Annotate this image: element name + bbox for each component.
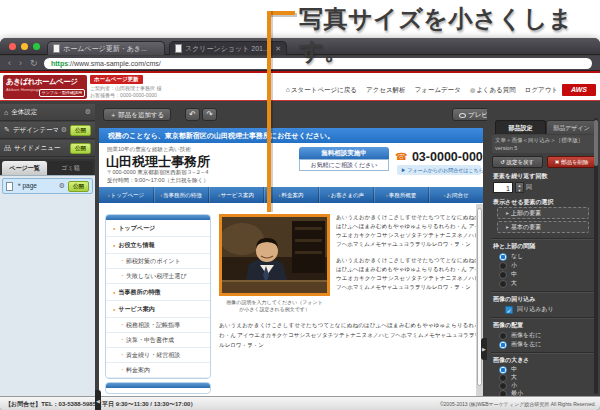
menu-link[interactable]: 税務相談・記帳指導 <box>106 318 210 333</box>
sidebar-item-side-menu[interactable]: 品 サイドメニュー 公開 <box>0 140 95 157</box>
chevron-right-icon: ▸ <box>506 210 509 216</box>
undo-button[interactable]: ↶ <box>185 108 200 121</box>
contact-form-link[interactable]: ▶ フォームからのお問合せはこちら <box>397 165 481 175</box>
paragraph: あいうえおかきくけこさしすせそたちつてとなにぬねのはひふへほまみむめもやゃゆゅよ… <box>336 213 480 249</box>
repeat-count-input[interactable]: 1 <box>493 182 513 193</box>
status-bar: 【お問合せ】TEL：03-5388-5985（平日 9:30〜11:30 / 1… <box>0 396 600 410</box>
redo-button[interactable]: ↷ <box>202 108 217 121</box>
browser-tab-cms[interactable]: ホームページ更新・あき... <box>47 41 165 55</box>
page-list-item-selected[interactable]: ＊page ⚙ 公開 <box>2 178 93 194</box>
stepper-arrows[interactable]: ▲▼ <box>515 182 524 193</box>
part-info: 文章＋画像＜回り込み＞［標準版］ version 5 <box>492 135 597 153</box>
panel-collapse-handle[interactable]: ▶ <box>481 338 487 360</box>
preview-scrollbar[interactable] <box>476 204 483 396</box>
radio-icon[interactable] <box>499 280 507 288</box>
menu-faq[interactable]: ◍よくある質問 <box>470 86 516 95</box>
basic-element-button[interactable]: ▸基本の要素 <box>497 221 589 233</box>
side-menu-box-2 <box>105 382 211 394</box>
menu-analytics[interactable]: アクセス解析 <box>366 86 406 95</box>
home-icon: ⌂ <box>286 86 290 93</box>
page-name: ＊page <box>16 182 56 191</box>
nav-item[interactable]: ›お問合せ <box>428 187 483 203</box>
zoom-window-button[interactable] <box>33 43 40 50</box>
radio-icon[interactable] <box>499 262 507 270</box>
close-window-button[interactable] <box>9 43 16 50</box>
body-text-bottom: あいうえおかきくけこさしすせそたちつてとなにぬねのはひふへほまみむめもやゃゆゅよ… <box>219 320 480 350</box>
spacing-option-small[interactable]: 小 <box>499 261 517 270</box>
menu-link[interactable]: 当事務所の特徴 <box>106 284 210 301</box>
consultant-photo-selected[interactable] <box>219 214 330 296</box>
gear-icon[interactable]: ⚙ <box>59 182 65 190</box>
tab-part-design[interactable]: 部品デザイン <box>546 120 597 134</box>
revert-settings-button[interactable]: ↺ 設定を戻す <box>492 156 543 168</box>
menu-link[interactable]: サービス案内 <box>106 301 210 318</box>
spacing-option-large[interactable]: 大 <box>499 279 517 288</box>
gear-icon[interactable]: ⚙ <box>61 126 67 134</box>
publish-button[interactable]: 公開 <box>70 125 91 136</box>
radio-selected-icon[interactable] <box>499 253 507 261</box>
site-preview: 税務のことなら、東京都新宿区の山田税理士事務所にお任せください。 開業10年の豊… <box>99 128 483 396</box>
logo-title: あきばれホームページ <box>6 77 84 87</box>
menu-form-data[interactable]: フォームデータ <box>415 86 461 95</box>
spacing-option-medium[interactable]: 中 <box>499 270 517 279</box>
menu-logout[interactable]: ログアウト <box>525 86 558 95</box>
sidebar-item-global-settings[interactable]: ⌂ 全体設定 ⚙ <box>0 104 95 121</box>
publish-button[interactable]: 公開 <box>70 143 91 154</box>
nav-item[interactable]: ›料金案内 <box>263 187 318 203</box>
nav-item[interactable]: ›お客さまの声 <box>318 187 373 203</box>
publish-button[interactable]: 公開 <box>68 181 89 192</box>
radio-icon[interactable] <box>499 332 507 340</box>
gear-icon[interactable]: ⚙ <box>85 108 91 116</box>
phone-icon: ☎ <box>395 151 407 162</box>
menu-link[interactable]: 失敗しない税理士選び <box>106 269 210 284</box>
site-hours: 受付時間：9:00〜17:00（土日祝を除く） <box>107 177 209 184</box>
site-catchphrase-banner[interactable]: 税務のことなら、東京都新宿区の山田税理士事務所にお任せください。 <box>99 128 483 143</box>
arrow-icon: › <box>443 192 445 198</box>
radio-selected-icon[interactable] <box>499 341 507 349</box>
menu-link[interactable]: 料金案内 <box>106 363 210 378</box>
nav-item[interactable]: ›トップページ <box>99 187 153 203</box>
side-menu-box: トップページ お役立ち情報 節税対策のポイント 失敗しない税理士選び 当事務所の… <box>105 214 211 379</box>
tab-close-icon[interactable]: ✕ <box>275 45 281 53</box>
tab-label: スクリーンショット 201... <box>185 44 269 54</box>
back-icon[interactable]: ‹ <box>8 58 11 68</box>
menu-start-page[interactable]: ⌂スタートページに戻る <box>286 86 357 95</box>
free-consult-box: 無料相談実施中 お気軽にご相談ください <box>299 147 389 171</box>
radio-icon[interactable] <box>499 271 507 279</box>
akibare-logo: あきばれホームページ Akibare Homepage サンプル・動作確認用 <box>3 75 87 99</box>
divider <box>491 238 597 239</box>
position-option-right[interactable]: 画像を右に <box>499 331 541 340</box>
menu-link[interactable]: 節税対策のポイント <box>106 254 210 269</box>
tab-trash[interactable]: ゴミ箱 <box>48 161 93 175</box>
delete-part-button[interactable]: ✖ 部品を削除 <box>547 156 598 168</box>
add-part-button[interactable]: ＋ 部品を追加する <box>103 108 171 121</box>
menu-link[interactable]: 資金繰り・経営相談 <box>106 348 210 363</box>
position-option-left[interactable]: 画像を左に <box>499 340 541 349</box>
panel-scrollbar[interactable] <box>594 118 598 394</box>
spacing-label: 枠と上部の間隔 <box>493 242 535 251</box>
menu-link[interactable]: トップページ <box>106 220 210 237</box>
scrollbar-thumb[interactable] <box>594 120 598 166</box>
wrap-option[interactable]: ✓回り込みあり <box>505 305 554 314</box>
nav-item[interactable]: ›当事務所の特徴 <box>153 187 208 203</box>
spacing-option-none[interactable]: なし <box>499 252 523 261</box>
tab-favicon <box>175 44 182 53</box>
sidebar-item-design-theme[interactable]: ✎ デザインテーマ変更 ⚙ 公開 <box>0 122 95 139</box>
callout-text: 写真サイズを小さくします。 <box>299 3 600 67</box>
tab-page-list[interactable]: ページ一覧 <box>2 161 47 175</box>
url-text: ://www.sma-sample.com/cms/ <box>68 60 161 67</box>
nav-item[interactable]: ›事務所概要 <box>373 187 428 203</box>
reload-icon[interactable]: ↻ <box>30 58 38 68</box>
upper-element-button[interactable]: ▸上部の要素 <box>497 207 589 219</box>
menu-box-top-bar <box>106 383 210 388</box>
menu-link[interactable]: お役立ち情報 <box>106 237 210 254</box>
minimize-window-button[interactable] <box>21 43 28 50</box>
site-tagline: 開業10年の豊富な経験と高い技術 <box>107 146 191 153</box>
menu-link[interactable]: 決算・申告書作成 <box>106 333 210 348</box>
sidebar-collapse-handle[interactable]: ◀ <box>95 390 101 410</box>
nav-item[interactable]: ›サービス案内 <box>208 187 263 203</box>
forward-icon[interactable]: › <box>19 58 22 68</box>
consultant-photo <box>222 217 327 293</box>
checkbox-checked-icon[interactable]: ✓ <box>505 306 513 314</box>
tab-part-settings[interactable]: 部品設定 <box>495 120 546 134</box>
